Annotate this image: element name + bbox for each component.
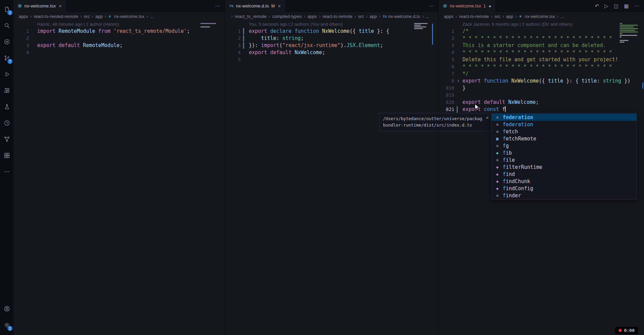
breadcrumb-item[interactable]: src <box>495 14 500 19</box>
more-actions-icon[interactable]: ⋯ <box>215 3 220 9</box>
explorer-icon[interactable]: 1 <box>0 1 14 17</box>
breadcrumb-item[interactable]: apps <box>307 14 317 19</box>
breadcrumb-item[interactable]: react_ts_remote <box>235 14 267 19</box>
breadcrumb-item[interactable]: src <box>84 14 90 19</box>
close-icon[interactable]: × <box>278 3 281 9</box>
suggestion-item[interactable]: ◆findChunk <box>492 178 637 185</box>
breadcrumb-item[interactable]: app <box>369 14 377 19</box>
close-icon[interactable]: × <box>486 114 489 121</box>
code-line[interactable]: 818} <box>439 85 644 92</box>
tab-label: nx-welcome.d.ts <box>236 3 269 8</box>
more-views-icon[interactable] <box>0 163 14 180</box>
code-line[interactable]: 821export const f <box>439 106 644 113</box>
code-line[interactable]: 6* * * * * * * * * * * * * * * * * * * *… <box>439 63 644 70</box>
tab-bar: TSnx-welcome.d.tsM× ⋯ <box>225 0 438 12</box>
timeline-icon[interactable] <box>0 115 14 131</box>
suggestion-item[interactable]: ≡federation <box>492 121 637 128</box>
suggestion-item[interactable]: ◆findConfig <box>492 185 637 192</box>
code-line[interactable]: 8›export function NxWelcome({ title }: {… <box>439 77 644 85</box>
token: function <box>294 28 322 34</box>
breadcrumb-item[interactable]: react-ts-remote <box>323 14 352 19</box>
breadcrumb-label: ... <box>150 14 154 19</box>
layout-icon[interactable]: ▦ <box>624 3 629 9</box>
tab[interactable]: nx-welcome.tsx× <box>14 0 66 12</box>
match-text: f <box>503 178 506 184</box>
code-line[interactable]: 7*/ <box>439 70 644 77</box>
breadcrumb-item[interactable]: compiled-types <box>272 14 302 19</box>
fold-icon[interactable]: › <box>454 77 462 85</box>
breadcrumb-label: apps <box>444 14 453 19</box>
breadcrumb-separator: › <box>354 14 356 19</box>
tab[interactable]: nx-welcome.tsx1● <box>439 0 495 12</box>
split-editor-icon[interactable]: ◫ <box>614 3 619 9</box>
code-line[interactable]: 3This is a starter component and can be … <box>439 42 644 49</box>
extensions-icon[interactable] <box>0 82 14 98</box>
more-actions-icon[interactable]: ⋯ <box>634 3 639 9</box>
code-line[interactable]: 2 title: string; <box>225 35 438 42</box>
code-editor[interactable]: Hanric, 48 minutes ago | 1 author (Hanri… <box>14 21 225 56</box>
event-icon: ▣ <box>494 136 500 141</box>
breadcrumb-item[interactable]: src <box>358 14 364 19</box>
code-line[interactable]: 5Delete this file and get started with y… <box>439 56 644 63</box>
code-line[interactable]: 1export declare function NxWelcome({ tit… <box>225 28 438 35</box>
line-number: 5 <box>439 56 454 63</box>
tab[interactable]: TSnx-welcome.d.tsM× <box>225 0 285 12</box>
code-line[interactable]: 1import RemoteModule from 'react_ts_remo… <box>14 28 225 35</box>
code-line[interactable]: 4* * * * * * * * * * * * * * * * * * * *… <box>439 49 644 56</box>
code-line[interactable]: 2* * * * * * * * * * * * * * * * * * * *… <box>439 35 644 42</box>
gitlens-icon[interactable] <box>0 34 14 50</box>
breadcrumb-label: src <box>358 14 364 19</box>
search-icon[interactable] <box>0 17 14 34</box>
suggestion-item[interactable]: ≡fg <box>492 142 637 149</box>
code-line[interactable]: 4 <box>14 49 225 56</box>
run-icon[interactable]: ▷ <box>604 3 609 9</box>
suggestion-item[interactable]: ≡file <box>492 156 637 163</box>
run-debug-icon[interactable] <box>0 66 14 82</box>
breadcrumb-item[interactable]: nx-welcome.tsx <box>519 14 555 19</box>
suggestion-label: fib <box>503 150 512 156</box>
token: ; <box>322 49 325 55</box>
github-actions-icon[interactable] <box>0 147 14 163</box>
code-line[interactable]: 2 <box>14 35 225 42</box>
breadcrumb-item[interactable]: ... <box>560 14 564 19</box>
breadcrumb-item[interactable]: apps <box>444 14 453 19</box>
recording-dot-icon <box>619 329 622 332</box>
suggestion-item[interactable]: ◆fib <box>492 149 637 156</box>
breadcrumb-item[interactable]: apps <box>19 14 28 19</box>
account-icon[interactable] <box>0 300 14 317</box>
breadcrumb-item[interactable]: ... <box>150 14 154 19</box>
test-explorer-icon[interactable] <box>0 98 14 115</box>
breadcrumb-label: react-ts-nested-remote <box>34 14 78 19</box>
references-icon[interactable] <box>0 131 14 147</box>
line-number: 5 <box>225 56 241 63</box>
suggestion-item[interactable]: ▣fetchRemote <box>492 135 637 142</box>
breadcrumb-item[interactable]: app <box>506 14 514 19</box>
breadcrumb-item[interactable]: TSnx-welcome.d.ts <box>382 14 420 19</box>
close-icon[interactable]: × <box>59 3 62 9</box>
code-editor[interactable]: Zack Jackson, 9 months ago | 2 authors (… <box>439 21 644 113</box>
breadcrumb-item[interactable]: app <box>95 14 103 19</box>
code-line[interactable]: 819 <box>439 92 644 99</box>
suggestion-item[interactable]: ≡fetch <box>492 128 637 135</box>
suggestion-label: find <box>503 171 515 177</box>
breadcrumb-item[interactable]: ... <box>426 14 429 19</box>
code-line[interactable]: 3}): import("react/jsx-runtime").JSX.Ele… <box>225 42 438 49</box>
more-actions-icon[interactable]: ⋯ <box>429 3 434 9</box>
suggestion-item[interactable]: ≡federation <box>492 114 637 121</box>
code-line[interactable]: 5 <box>225 56 438 63</box>
code-line[interactable]: 3export default RemoteModule; <box>14 42 225 49</box>
code-line[interactable]: 1/* <box>439 28 644 35</box>
breadcrumb-item[interactable]: nx-welcome.tsx <box>108 14 144 19</box>
code-editor[interactable]: You, 5 seconds ago | 2 authors (You and … <box>225 21 438 63</box>
source-control-icon[interactable]: 7 <box>0 50 14 66</box>
settings-icon[interactable]: 1 <box>0 317 14 333</box>
suggestion-item[interactable]: ◆filterRuntime <box>492 163 637 171</box>
undo-icon[interactable]: ↶ <box>595 3 599 9</box>
suggestion-item[interactable]: ◆find <box>492 171 637 178</box>
breadcrumb-item[interactable]: react-ts-nested-remote <box>34 14 78 19</box>
code-lines: 1import RemoteModule from 'react_ts_remo… <box>14 28 225 56</box>
breadcrumb-item[interactable]: react-ts-remote <box>459 14 489 19</box>
code-line[interactable]: 820export default NxWelcome; <box>439 99 644 106</box>
suggestion-item[interactable]: ≡finder <box>492 192 637 199</box>
code-line[interactable]: 4export default NxWelcome; <box>225 49 438 56</box>
